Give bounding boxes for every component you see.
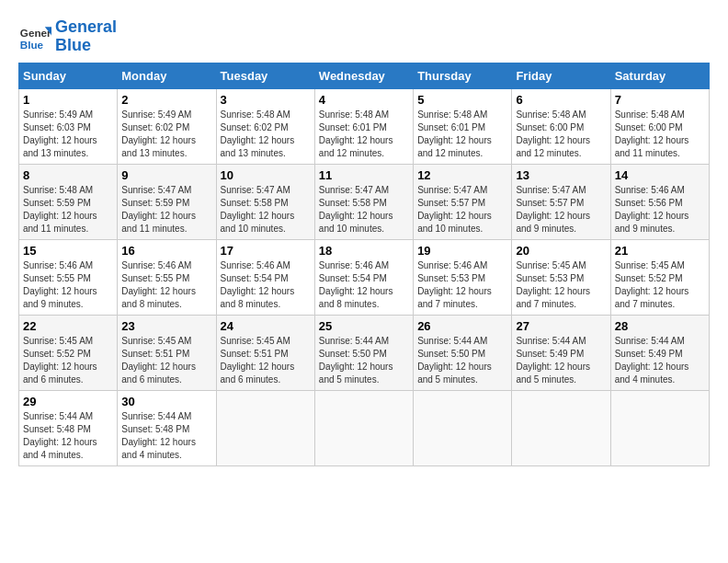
day-info: Sunrise: 5:46 AM Sunset: 5:54 PM Dayligh… bbox=[221, 259, 311, 311]
day-info: Sunrise: 5:49 AM Sunset: 6:03 PM Dayligh… bbox=[23, 109, 113, 160]
day-info: Sunrise: 5:45 AM Sunset: 5:51 PM Dayligh… bbox=[121, 335, 211, 386]
day-number: 9 bbox=[121, 168, 211, 182]
calendar-cell: 30 Sunrise: 5:44 AM Sunset: 5:48 PM Dayl… bbox=[118, 390, 216, 465]
calendar-cell: 10 Sunrise: 5:47 AM Sunset: 5:58 PM Dayl… bbox=[216, 164, 314, 239]
day-header-tuesday: Tuesday bbox=[216, 63, 314, 88]
day-number: 13 bbox=[516, 168, 606, 182]
day-number: 15 bbox=[23, 244, 113, 258]
day-info: Sunrise: 5:45 AM Sunset: 5:52 PM Dayligh… bbox=[23, 335, 113, 386]
day-info: Sunrise: 5:48 AM Sunset: 6:00 PM Dayligh… bbox=[615, 109, 705, 160]
calendar-cell: 6 Sunrise: 5:48 AM Sunset: 6:00 PM Dayli… bbox=[512, 88, 610, 164]
calendar-cell: 5 Sunrise: 5:48 AM Sunset: 6:01 PM Dayli… bbox=[414, 88, 512, 164]
day-header-sunday: Sunday bbox=[19, 63, 118, 88]
day-number: 19 bbox=[417, 244, 507, 258]
day-info: Sunrise: 5:48 AM Sunset: 6:00 PM Dayligh… bbox=[516, 109, 606, 160]
day-number: 14 bbox=[615, 168, 705, 182]
calendar-cell: 17 Sunrise: 5:46 AM Sunset: 5:54 PM Dayl… bbox=[216, 239, 314, 315]
day-info: Sunrise: 5:46 AM Sunset: 5:55 PM Dayligh… bbox=[23, 259, 113, 311]
calendar-cell: 27 Sunrise: 5:44 AM Sunset: 5:49 PM Dayl… bbox=[512, 315, 610, 390]
day-number: 4 bbox=[319, 93, 409, 107]
calendar-cell: 20 Sunrise: 5:45 AM Sunset: 5:53 PM Dayl… bbox=[512, 239, 610, 315]
day-info: Sunrise: 5:48 AM Sunset: 5:59 PM Dayligh… bbox=[23, 184, 113, 236]
day-number: 7 bbox=[615, 93, 705, 107]
day-number: 26 bbox=[417, 319, 507, 333]
day-number: 16 bbox=[121, 244, 211, 258]
day-info: Sunrise: 5:47 AM Sunset: 5:57 PM Dayligh… bbox=[516, 184, 606, 236]
logo: General Blue General Blue bbox=[18, 18, 117, 55]
calendar-cell: 22 Sunrise: 5:45 AM Sunset: 5:52 PM Dayl… bbox=[19, 315, 118, 390]
calendar-cell bbox=[414, 390, 512, 465]
day-info: Sunrise: 5:45 AM Sunset: 5:53 PM Dayligh… bbox=[516, 259, 606, 311]
calendar-cell: 12 Sunrise: 5:47 AM Sunset: 5:57 PM Dayl… bbox=[414, 164, 512, 239]
day-number: 21 bbox=[615, 244, 705, 258]
calendar-cell: 18 Sunrise: 5:46 AM Sunset: 5:54 PM Dayl… bbox=[314, 239, 413, 315]
day-info: Sunrise: 5:47 AM Sunset: 5:58 PM Dayligh… bbox=[319, 184, 409, 236]
day-number: 17 bbox=[221, 244, 311, 258]
calendar-cell: 15 Sunrise: 5:46 AM Sunset: 5:55 PM Dayl… bbox=[19, 239, 118, 315]
day-number: 30 bbox=[121, 395, 211, 408]
calendar-cell: 29 Sunrise: 5:44 AM Sunset: 5:48 PM Dayl… bbox=[19, 390, 118, 465]
calendar-cell: 13 Sunrise: 5:47 AM Sunset: 5:57 PM Dayl… bbox=[512, 164, 610, 239]
logo-line1: General bbox=[55, 18, 117, 37]
day-number: 11 bbox=[319, 168, 409, 182]
day-number: 22 bbox=[23, 319, 113, 333]
day-number: 23 bbox=[121, 319, 211, 333]
calendar-cell: 25 Sunrise: 5:44 AM Sunset: 5:50 PM Dayl… bbox=[314, 315, 413, 390]
day-number: 2 bbox=[121, 93, 211, 107]
day-info: Sunrise: 5:46 AM Sunset: 5:54 PM Dayligh… bbox=[319, 259, 409, 311]
day-number: 29 bbox=[23, 395, 113, 408]
day-number: 20 bbox=[516, 244, 606, 258]
calendar-cell: 8 Sunrise: 5:48 AM Sunset: 5:59 PM Dayli… bbox=[19, 164, 118, 239]
day-number: 12 bbox=[417, 168, 507, 182]
day-number: 5 bbox=[417, 93, 507, 107]
logo-line2: Blue bbox=[55, 37, 117, 55]
calendar-cell: 4 Sunrise: 5:48 AM Sunset: 6:01 PM Dayli… bbox=[314, 88, 413, 164]
svg-text:Blue: Blue bbox=[20, 38, 44, 50]
day-info: Sunrise: 5:45 AM Sunset: 5:52 PM Dayligh… bbox=[615, 259, 705, 311]
calendar-cell: 7 Sunrise: 5:48 AM Sunset: 6:00 PM Dayli… bbox=[610, 88, 709, 164]
calendar-cell: 24 Sunrise: 5:45 AM Sunset: 5:51 PM Dayl… bbox=[216, 315, 314, 390]
day-info: Sunrise: 5:47 AM Sunset: 5:59 PM Dayligh… bbox=[121, 184, 211, 236]
calendar-cell: 21 Sunrise: 5:45 AM Sunset: 5:52 PM Dayl… bbox=[610, 239, 709, 315]
day-number: 18 bbox=[319, 244, 409, 258]
day-info: Sunrise: 5:44 AM Sunset: 5:48 PM Dayligh… bbox=[23, 410, 113, 462]
day-header-saturday: Saturday bbox=[610, 63, 709, 88]
calendar-cell bbox=[512, 390, 610, 465]
calendar-cell: 9 Sunrise: 5:47 AM Sunset: 5:59 PM Dayli… bbox=[118, 164, 216, 239]
day-info: Sunrise: 5:44 AM Sunset: 5:49 PM Dayligh… bbox=[516, 335, 606, 386]
day-info: Sunrise: 5:46 AM Sunset: 5:55 PM Dayligh… bbox=[121, 259, 211, 311]
calendar-cell bbox=[216, 390, 314, 465]
day-number: 3 bbox=[221, 93, 311, 107]
calendar-cell: 2 Sunrise: 5:49 AM Sunset: 6:02 PM Dayli… bbox=[118, 88, 216, 164]
day-info: Sunrise: 5:46 AM Sunset: 5:53 PM Dayligh… bbox=[417, 259, 507, 311]
calendar-cell: 16 Sunrise: 5:46 AM Sunset: 5:55 PM Dayl… bbox=[118, 239, 216, 315]
day-number: 10 bbox=[221, 168, 311, 182]
calendar-cell: 3 Sunrise: 5:48 AM Sunset: 6:02 PM Dayli… bbox=[216, 88, 314, 164]
day-number: 8 bbox=[23, 168, 113, 182]
day-number: 24 bbox=[221, 319, 311, 333]
day-number: 27 bbox=[516, 319, 606, 333]
day-info: Sunrise: 5:45 AM Sunset: 5:51 PM Dayligh… bbox=[221, 335, 311, 386]
day-header-monday: Monday bbox=[118, 63, 216, 88]
calendar-cell: 11 Sunrise: 5:47 AM Sunset: 5:58 PM Dayl… bbox=[314, 164, 413, 239]
calendar-cell: 26 Sunrise: 5:44 AM Sunset: 5:50 PM Dayl… bbox=[414, 315, 512, 390]
day-info: Sunrise: 5:44 AM Sunset: 5:50 PM Dayligh… bbox=[417, 335, 507, 386]
calendar-cell bbox=[314, 390, 413, 465]
calendar-cell: 23 Sunrise: 5:45 AM Sunset: 5:51 PM Dayl… bbox=[118, 315, 216, 390]
calendar: SundayMondayTuesdayWednesdayThursdayFrid… bbox=[18, 63, 710, 466]
day-info: Sunrise: 5:44 AM Sunset: 5:49 PM Dayligh… bbox=[615, 335, 705, 386]
day-info: Sunrise: 5:48 AM Sunset: 6:01 PM Dayligh… bbox=[319, 109, 409, 160]
day-info: Sunrise: 5:44 AM Sunset: 5:48 PM Dayligh… bbox=[121, 410, 211, 462]
calendar-cell: 28 Sunrise: 5:44 AM Sunset: 5:49 PM Dayl… bbox=[610, 315, 709, 390]
calendar-cell: 1 Sunrise: 5:49 AM Sunset: 6:03 PM Dayli… bbox=[19, 88, 118, 164]
calendar-cell: 19 Sunrise: 5:46 AM Sunset: 5:53 PM Dayl… bbox=[414, 239, 512, 315]
calendar-cell: 14 Sunrise: 5:46 AM Sunset: 5:56 PM Dayl… bbox=[610, 164, 709, 239]
day-number: 1 bbox=[23, 93, 113, 107]
day-number: 28 bbox=[615, 319, 705, 333]
day-info: Sunrise: 5:46 AM Sunset: 5:56 PM Dayligh… bbox=[615, 184, 705, 236]
calendar-cell bbox=[610, 390, 709, 465]
day-info: Sunrise: 5:47 AM Sunset: 5:57 PM Dayligh… bbox=[417, 184, 507, 236]
day-info: Sunrise: 5:44 AM Sunset: 5:50 PM Dayligh… bbox=[319, 335, 409, 386]
day-number: 25 bbox=[319, 319, 409, 333]
day-info: Sunrise: 5:48 AM Sunset: 6:02 PM Dayligh… bbox=[221, 109, 311, 160]
